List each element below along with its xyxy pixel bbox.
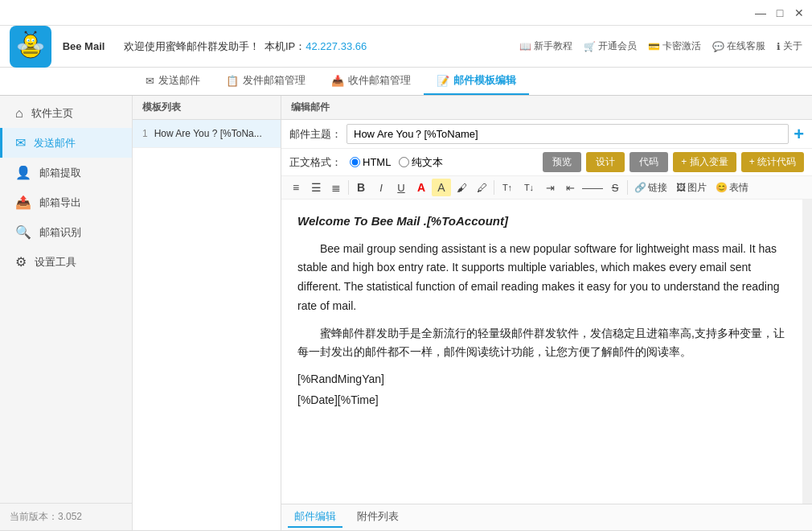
support-label: 在线客服 xyxy=(727,39,765,53)
brush1-button[interactable]: 🖌 xyxy=(452,179,471,196)
settings-label: 设置工具 xyxy=(35,255,76,270)
italic-button[interactable]: I xyxy=(371,179,391,196)
link-tutorial[interactable]: 📖 新手教程 xyxy=(519,39,572,53)
sidebar-item-extract[interactable]: 👤 邮箱提取 xyxy=(0,158,132,187)
link-icon: 🔗 xyxy=(634,182,646,193)
tab-receiver-mgmt[interactable]: 📥 收件邮箱管理 xyxy=(318,68,424,95)
settings-icon: ⚙ xyxy=(15,254,27,270)
link-activate[interactable]: 💳 卡密激活 xyxy=(648,39,701,53)
insert-var-button[interactable]: + 插入变量 xyxy=(673,152,736,172)
bottom-tab-attachments[interactable]: 附件列表 xyxy=(351,507,405,528)
activate-label: 卡密激活 xyxy=(662,39,701,53)
align-right-button[interactable]: ≣ xyxy=(326,179,346,196)
sidebar-item-identify[interactable]: 🔍 邮箱识别 xyxy=(0,217,132,247)
svg-point-10 xyxy=(25,31,27,33)
tab-sender-mgmt[interactable]: 📋 发件邮箱管理 xyxy=(213,68,318,95)
sender-mgmt-icon: 📋 xyxy=(226,75,239,87)
close-button[interactable]: ✕ xyxy=(793,6,806,19)
link-vip[interactable]: 🛒 开通会员 xyxy=(584,39,637,53)
code-button[interactable]: 代码 xyxy=(630,152,668,172)
template-edit-label: 邮件模板编辑 xyxy=(453,73,516,88)
add-subject-button[interactable]: + xyxy=(794,126,804,143)
send-mail-label: 发送邮件 xyxy=(158,73,200,88)
template-list-panel: 模板列表 1 How Are You ? [%ToNa... xyxy=(133,96,281,530)
template-edit-icon: 📝 xyxy=(437,75,449,87)
font-color-button[interactable]: A xyxy=(412,179,431,196)
format-plaintext-option[interactable]: 纯文本 xyxy=(399,155,443,170)
minimize-button[interactable]: — xyxy=(754,6,767,19)
cart-icon: 🛒 xyxy=(584,41,596,52)
strikethrough-button[interactable]: S xyxy=(605,179,625,196)
tab-template-edit[interactable]: 📝 邮件模板编辑 xyxy=(424,68,529,95)
subject-row: 邮件主题： + xyxy=(281,120,812,149)
bottom-tab-mail-edit[interactable]: 邮件编辑 xyxy=(288,507,342,528)
tab-send-mail[interactable]: ✉ 发送邮件 xyxy=(133,68,213,95)
emoji-button[interactable]: 😊 表情 xyxy=(712,179,753,196)
ip-value[interactable]: 42.227.33.66 xyxy=(306,40,367,52)
image-button[interactable]: 🖼 图片 xyxy=(672,179,711,196)
editor-panel-header: 编辑邮件 xyxy=(281,96,812,120)
identify-label: 邮箱识别 xyxy=(39,225,81,240)
format-html-option[interactable]: HTML xyxy=(350,156,391,168)
hr-button[interactable]: —— xyxy=(580,179,605,196)
svg-point-14 xyxy=(34,43,43,50)
sidebar-item-home[interactable]: ⌂ 软件主页 xyxy=(0,99,132,128)
design-button[interactable]: 设计 xyxy=(586,152,625,172)
preview-button[interactable]: 预览 xyxy=(543,152,581,172)
subject-label: 邮件主题： xyxy=(289,127,342,142)
sidebar-item-settings[interactable]: ⚙ 设置工具 xyxy=(0,247,132,277)
underline-button[interactable]: U xyxy=(392,179,411,196)
link-about[interactable]: ℹ 关于 xyxy=(777,39,802,53)
format-row: 正文格式： HTML 纯文本 预览 设计 代码 + 插入变量 + 统计代码 xyxy=(281,149,812,176)
identify-icon: 🔍 xyxy=(15,224,31,240)
home-icon: ⌂ xyxy=(15,106,23,121)
nav-tabs: ✉ 发送邮件 📋 发件邮箱管理 📥 收件邮箱管理 📝 邮件模板编辑 xyxy=(0,68,812,96)
toolbar-sep1 xyxy=(348,180,349,195)
sidebar-item-send[interactable]: ✉ 发送邮件 xyxy=(0,128,132,158)
sender-mgmt-label: 发件邮箱管理 xyxy=(243,73,306,88)
t-up-button[interactable]: T↑ xyxy=(497,179,518,196)
highlight-button[interactable]: A xyxy=(432,179,451,196)
editor-content-var1: [%RandMingYan] xyxy=(297,370,786,389)
send-icon: ✉ xyxy=(15,135,26,150)
svg-rect-3 xyxy=(23,51,38,54)
link-support[interactable]: 💬 在线客服 xyxy=(712,39,765,53)
toolbar-sep3 xyxy=(627,180,628,195)
svg-point-13 xyxy=(18,43,27,50)
t-down-button[interactable]: T↓ xyxy=(519,179,539,196)
extract-label: 邮箱提取 xyxy=(39,166,81,180)
sidebar-item-export[interactable]: 📤 邮箱导出 xyxy=(0,187,132,217)
list-item[interactable]: 1 How Are You ? [%ToNa... xyxy=(133,120,281,148)
brush2-button[interactable]: 🖊 xyxy=(472,179,491,196)
editor-content-var2: [%Date][%Time] xyxy=(297,391,786,410)
app-name-label: Bee Mail xyxy=(59,40,108,52)
svg-point-8 xyxy=(33,39,35,41)
align-left-button[interactable]: ≡ xyxy=(286,179,306,196)
receiver-mgmt-icon: 📥 xyxy=(331,75,344,87)
export-icon: 📤 xyxy=(15,195,31,210)
template-list-header: 模板列表 xyxy=(133,96,281,120)
align-center-button[interactable]: ☰ xyxy=(306,179,326,196)
bold-button[interactable]: B xyxy=(351,179,371,196)
template-name: How Are You ? [%ToNa... xyxy=(154,128,262,139)
indent-button[interactable]: ⇥ xyxy=(540,179,560,196)
header-links: 📖 新手教程 🛒 开通会员 💳 卡密激活 💬 在线客服 ℹ 关于 xyxy=(519,39,802,53)
send-label: 发送邮件 xyxy=(34,136,76,150)
sidebar: ⌂ 软件主页 ✉ 发送邮件 👤 邮箱提取 📤 邮箱导出 🔍 邮箱识别 ⚙ 设置工… xyxy=(0,96,133,530)
version-label: 当前版本：3.052 xyxy=(0,503,132,530)
editor-bottom-tabs: 邮件编辑 附件列表 xyxy=(281,504,812,530)
stat-code-button[interactable]: + 统计代码 xyxy=(741,152,804,172)
welcome-message: 欢迎使用蜜蜂邮件群发助手！ xyxy=(124,39,260,54)
toolbar-sep2 xyxy=(494,180,494,195)
link-button[interactable]: 🔗 链接 xyxy=(630,179,671,196)
ip-label: 本机IP： xyxy=(265,39,306,54)
editor-content-para1: Bee mail group sending assistant is a ne… xyxy=(297,240,786,316)
svg-point-12 xyxy=(35,31,37,33)
receiver-mgmt-label: 收件邮箱管理 xyxy=(348,73,411,88)
outdent-button[interactable]: ⇤ xyxy=(560,179,580,196)
subject-input[interactable] xyxy=(347,124,789,144)
editor-toolbar: ≡ ☰ ≣ B I U A A 🖌 🖊 T↑ T↓ ⇥ ⇤ —— S xyxy=(281,176,812,200)
about-label: 关于 xyxy=(783,39,802,53)
maximize-button[interactable]: □ xyxy=(773,6,786,19)
editor-body[interactable]: Welcome To Bee Mail .[%ToAccount] Bee ma… xyxy=(281,200,812,504)
